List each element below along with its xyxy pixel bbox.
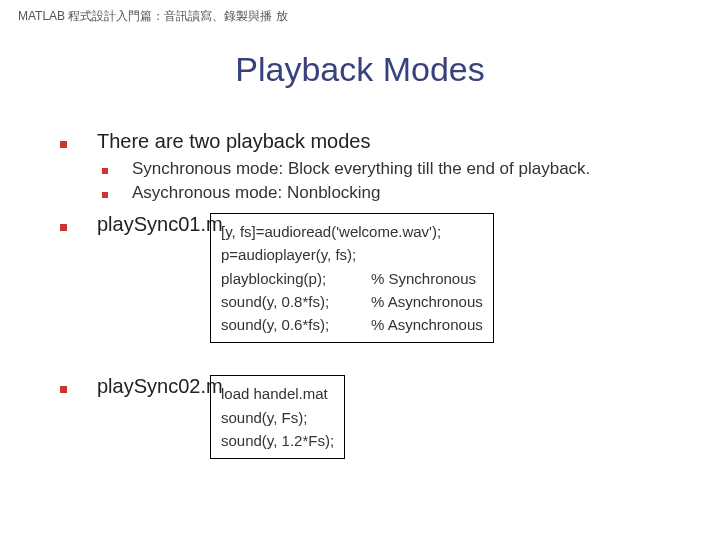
- bullet-marker-icon: [102, 192, 108, 198]
- slide-content: There are two playback modes Synchronous…: [60, 130, 690, 459]
- bullet-marker-icon: [60, 224, 67, 231]
- bullet-text: Synchronous mode: Block everything till …: [132, 159, 590, 179]
- filename-text: playSync01.m: [97, 213, 223, 236]
- code-line: sound(y, 0.8*fs);% Asynchronous: [221, 290, 483, 313]
- slide-header: MATLAB 程式設計入門篇：音訊讀寫、錄製與播 放: [18, 8, 288, 25]
- bullet-text: Asychronous mode: Nonblocking: [132, 183, 381, 203]
- filename-text: playSync02.m: [97, 375, 223, 398]
- file1-label: playSync01.m: [60, 213, 210, 236]
- code-box-1: [y, fs]=audioread('welcome.wav'); p=audi…: [210, 213, 494, 343]
- code-line: [y, fs]=audioread('welcome.wav');: [221, 220, 483, 243]
- bullet-marker-icon: [102, 168, 108, 174]
- code-box-2: load handel.mat sound(y, Fs); sound(y, 1…: [210, 375, 345, 459]
- code-line: sound(y, 0.6*fs);% Asynchronous: [221, 313, 483, 336]
- slide-title: Playback Modes: [0, 50, 720, 89]
- bullet-text: There are two playback modes: [97, 130, 370, 153]
- bullet-async: Asychronous mode: Nonblocking: [102, 183, 690, 203]
- bullet-sync: Synchronous mode: Block everything till …: [102, 159, 690, 179]
- code-line: load handel.mat: [221, 382, 334, 405]
- file2-label: playSync02.m: [60, 375, 210, 398]
- code-line: sound(y, Fs);: [221, 406, 334, 429]
- file1-row: playSync01.m [y, fs]=audioread('welcome.…: [60, 213, 690, 343]
- bullet-marker-icon: [60, 141, 67, 148]
- file2-row: playSync02.m load handel.mat sound(y, Fs…: [60, 375, 690, 459]
- code-line: sound(y, 1.2*Fs);: [221, 429, 334, 452]
- code-line: p=audioplayer(y, fs);: [221, 243, 483, 266]
- bullet-marker-icon: [60, 386, 67, 393]
- code-line: playblocking(p);% Synchronous: [221, 267, 483, 290]
- bullet-intro: There are two playback modes: [60, 130, 690, 153]
